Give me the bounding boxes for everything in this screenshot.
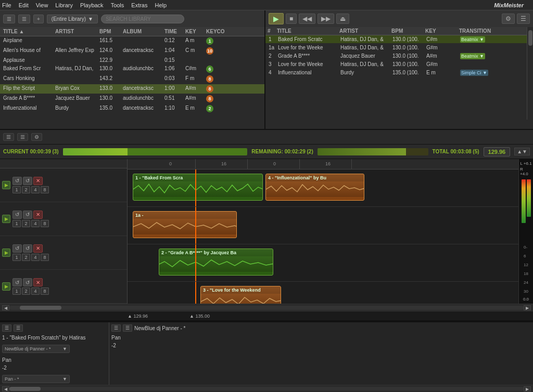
timeline-scrollbar[interactable]: ◀ ▶: [0, 304, 533, 311]
sync-btn-1[interactable]: ↺: [12, 177, 22, 185]
bottom-scrollbar[interactable]: ◀ ▶: [0, 385, 533, 392]
playlist-row[interactable]: 3 Love for the Weeke Hatiras, DJ Dan, & …: [265, 60, 533, 69]
remove-btn-2[interactable]: ✕: [33, 211, 43, 219]
sync-btn-3[interactable]: ↺: [12, 244, 22, 253]
remove-btn-1[interactable]: ✕: [33, 177, 43, 185]
playlist-row[interactable]: 4 Influenzational Burdy 135.0 (100. E m …: [265, 69, 533, 77]
fx-right-list-btn[interactable]: ☰: [123, 324, 132, 332]
playlist-row[interactable]: 1 Baked From Scratc Hatiras, DJ Dan, & 1…: [265, 35, 533, 44]
clip-1a[interactable]: 1a -: [133, 211, 237, 238]
effects-fx-dropdown-1[interactable]: NewBlue dj Panner - * ▼: [2, 345, 70, 353]
menu-tools[interactable]: Tools: [111, 2, 124, 8]
list-view-button[interactable]: ☰: [18, 15, 30, 23]
pl-artist: Hatiras, DJ Dan, &: [339, 61, 391, 68]
remove-btn-3[interactable]: ✕: [33, 244, 43, 253]
menu-extras[interactable]: Extras: [131, 2, 147, 8]
menu-playback[interactable]: Playback: [80, 2, 104, 8]
num-2-btn-4[interactable]: 2: [22, 288, 30, 295]
clip-love[interactable]: 3 - "Love for the Weekend: [200, 286, 281, 304]
fx-menu-btn[interactable]: ☰: [2, 324, 11, 332]
num-8-btn-3[interactable]: 8: [41, 254, 49, 261]
track-4-icon[interactable]: ▶: [2, 282, 10, 291]
library-table-row[interactable]: Airplane 161.5 0:12 A m 1: [0, 36, 264, 46]
menu-edit[interactable]: Edit: [19, 2, 29, 8]
vu-r-label: R +4.0: [520, 167, 532, 176]
num-8-btn-4[interactable]: 8: [41, 288, 49, 295]
clip-influen[interactable]: 4 - "Influenzational" by Bu: [265, 174, 364, 201]
num-2-btn[interactable]: 2: [22, 186, 30, 193]
add-track-button[interactable]: +: [33, 15, 44, 23]
progress-bar[interactable]: [63, 148, 248, 155]
timeline-settings-btn[interactable]: ⚙: [31, 133, 42, 141]
remaining-bar[interactable]: [318, 148, 428, 155]
fx-btn-4[interactable]: ↺: [23, 278, 32, 286]
playlist-row[interactable]: 2 Grade A B**** Jacquez Bauer 130.0 (100…: [265, 52, 533, 60]
scroll-track[interactable]: [9, 306, 524, 310]
bottom-scroll-thumb[interactable]: [9, 387, 41, 391]
stop-button[interactable]: ■: [286, 14, 297, 24]
timeline-list-btn[interactable]: ☰: [17, 133, 28, 141]
next-button[interactable]: ▶▶: [318, 14, 334, 24]
play-button[interactable]: ▶: [269, 13, 284, 24]
clip-baked[interactable]: 1 - "Baked From Scra: [133, 174, 263, 201]
menu-file[interactable]: File: [2, 2, 11, 8]
library-table-row[interactable]: Influenzational Burdy 135.0 dancetracksc…: [0, 104, 264, 114]
fx-btn-2[interactable]: ↺: [23, 211, 32, 219]
bottom-scroll-right[interactable]: ▶: [524, 386, 531, 391]
library-table-row[interactable]: Applause 122.9 0:15: [0, 56, 264, 64]
prev-button[interactable]: ◀◀: [299, 14, 315, 24]
clip-grade[interactable]: 2 - "Grade A B****" by Jacquez Ba: [159, 249, 273, 276]
timeline-menu-btn[interactable]: ☰: [3, 133, 14, 141]
search-input[interactable]: [101, 15, 184, 23]
num-4-btn-3[interactable]: 4: [31, 254, 40, 261]
fx-btn-1[interactable]: ↺: [23, 177, 32, 185]
library-table-row[interactable]: Baked From Scr Hatiras, DJ Dan, 130.0 au…: [0, 64, 264, 74]
menu-view[interactable]: View: [36, 2, 48, 8]
track-2-icon[interactable]: ▶: [2, 215, 10, 223]
settings-button[interactable]: ⚙: [502, 14, 515, 24]
pl-col-key: KEY: [425, 28, 459, 34]
menu-icon-button[interactable]: ☰: [3, 15, 15, 23]
num-8-btn[interactable]: 8: [41, 186, 49, 193]
num-4-btn-4[interactable]: 4: [31, 288, 40, 295]
fx-right-menu-btn[interactable]: ☰: [111, 324, 121, 332]
scroll-left-btn[interactable]: ◀: [2, 305, 9, 310]
num-4-btn[interactable]: 4: [31, 186, 40, 193]
num-8-btn-2[interactable]: 8: [41, 220, 49, 227]
bpm-adjust-btn[interactable]: ▲▼: [514, 148, 530, 155]
pl-title: Love for the Weeke: [277, 61, 339, 68]
view-button[interactable]: ☰: [517, 14, 530, 24]
num-2-btn-2[interactable]: 2: [22, 220, 30, 227]
scroll-thumb[interactable]: [20, 306, 61, 310]
num-1-btn-2[interactable]: 1: [12, 220, 21, 227]
num-1-btn[interactable]: 1: [12, 186, 21, 193]
clip-grade-label: 2 - "Grade A B****" by Jacquez Ba: [159, 249, 273, 256]
library-table-row[interactable]: Allen's House of Allen Jeffrey Exp 124.0…: [0, 46, 264, 56]
library-table-row[interactable]: Cars Honking 143.2 0:03 F m 8: [0, 74, 264, 84]
track-1-icon[interactable]: ▶: [2, 181, 10, 189]
num-2-btn-3[interactable]: 2: [22, 254, 30, 261]
num-1-btn-3[interactable]: 1: [12, 254, 21, 261]
num-1-btn-4[interactable]: 1: [12, 288, 21, 295]
timeline-canvas[interactable]: 0 16 0 16 1 - "Baked From Scra: [128, 159, 518, 304]
library-table-row[interactable]: Flip the Script Bryan Cox 133.0 dancetra…: [0, 84, 264, 94]
track-3-icon[interactable]: ▶: [2, 249, 10, 257]
fx-btn-3[interactable]: ↺: [23, 244, 32, 253]
remove-btn-4[interactable]: ✕: [33, 278, 43, 286]
sync-btn-4[interactable]: ↺: [12, 278, 22, 286]
sync-btn-2[interactable]: ↺: [12, 211, 22, 219]
fx-list-btn[interactable]: ☰: [14, 324, 23, 332]
menu-library[interactable]: Library: [55, 2, 73, 8]
eject-button[interactable]: ⏏: [336, 14, 349, 24]
bpm-display: 129.96: [484, 147, 511, 156]
effects-fx-dropdown-2[interactable]: Pan - * ▼: [2, 375, 70, 383]
num-4-btn-2[interactable]: 4: [31, 220, 40, 227]
bottom-scroll-track[interactable]: [9, 387, 524, 391]
menu-help[interactable]: Help: [155, 2, 167, 8]
playlist-row[interactable]: 1a Love for the Weeke Hatiras, DJ Dan, &…: [265, 44, 533, 52]
library-table-row[interactable]: Grade A B**** Jacquez Bauer 130.0 audiol…: [0, 94, 264, 104]
playlist-scrollbar[interactable]: [527, 27, 533, 120]
scroll-right-btn[interactable]: ▶: [524, 305, 531, 310]
library-dropdown[interactable]: (Entire Library) ▼: [47, 15, 98, 23]
bottom-scroll-left[interactable]: ◀: [2, 386, 9, 391]
